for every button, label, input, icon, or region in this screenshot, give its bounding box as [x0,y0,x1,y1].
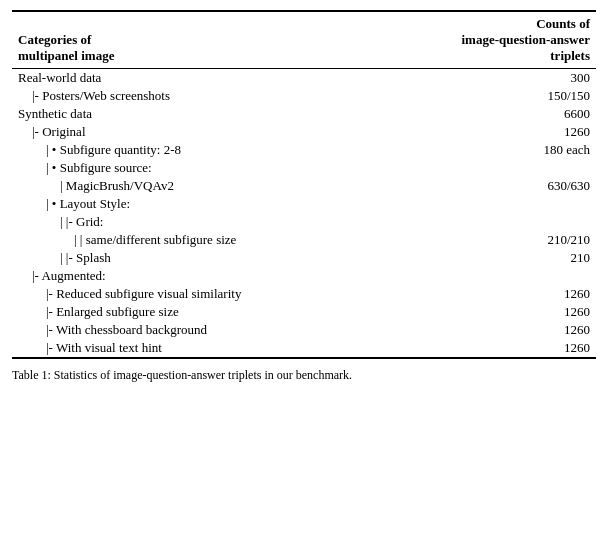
cell-label: | • Layout Style: [12,195,392,213]
table-row: |‑ Enlarged subfigure size1260 [12,303,596,321]
cell-value: 210 [392,249,596,267]
table-row: Real-world data300 [12,69,596,88]
main-table-wrapper: Categories ofmultipanel image Counts ofi… [12,10,596,359]
table-row: |‑ With visual text hint1260 [12,339,596,357]
cell-label: Synthetic data [12,105,392,123]
table-row: | |‑ Splash210 [12,249,596,267]
cell-value: 630/630 [392,177,596,195]
cell-value: 1260 [392,285,596,303]
table-row: | • Subfigure quantity: 2-8180 each [12,141,596,159]
cell-value: 210/210 [392,231,596,249]
table-header-row: Categories ofmultipanel image Counts ofi… [12,12,596,69]
cell-label: | |‑ Splash [12,249,392,267]
cell-label: |‑ Posters/Web screenshots [12,87,392,105]
cell-label: |‑ With visual text hint [12,339,392,357]
cell-label: |‑ Reduced subfigure visual similarity [12,285,392,303]
cell-value [392,213,596,231]
cell-value: 300 [392,69,596,88]
cell-value [392,195,596,213]
table-caption: Table 1: Statistics of image-question-an… [12,367,596,384]
cell-value: 1260 [392,339,596,357]
table-row: |‑ Posters/Web screenshots150/150 [12,87,596,105]
table-row: | |‑ Grid: [12,213,596,231]
cell-value: 1260 [392,321,596,339]
table-row: Synthetic data6600 [12,105,596,123]
cell-value [392,159,596,177]
table-row: |‑ Original1260 [12,123,596,141]
table-row: | • Layout Style: [12,195,596,213]
cell-value: 1260 [392,303,596,321]
cell-label: Real-world data [12,69,392,88]
table-row: | MagicBrush/VQAv2630/630 [12,177,596,195]
cell-value: 150/150 [392,87,596,105]
cell-value [392,267,596,285]
cell-label: |‑ Enlarged subfigure size [12,303,392,321]
table-row: |‑ Reduced subfigure visual similarity12… [12,285,596,303]
table-row: |‑ Augmented: [12,267,596,285]
cell-label: | |‑ Grid: [12,213,392,231]
cell-value: 6600 [392,105,596,123]
data-table: Categories ofmultipanel image Counts ofi… [12,12,596,357]
cell-value: 1260 [392,123,596,141]
header-categories: Categories ofmultipanel image [12,12,392,69]
header-counts: Counts ofimage-question-answertriplets [392,12,596,69]
table-row: | • Subfigure source: [12,159,596,177]
cell-label: | | same/different subfigure size [12,231,392,249]
cell-label: | • Subfigure source: [12,159,392,177]
cell-label: |‑ With chessboard background [12,321,392,339]
cell-value: 180 each [392,141,596,159]
table-row: |‑ With chessboard background1260 [12,321,596,339]
cell-label: | • Subfigure quantity: 2-8 [12,141,392,159]
cell-label: |‑ Original [12,123,392,141]
table-body: Real-world data300|‑ Posters/Web screens… [12,69,596,358]
cell-label: |‑ Augmented: [12,267,392,285]
table-row: | | same/different subfigure size210/210 [12,231,596,249]
cell-label: | MagicBrush/VQAv2 [12,177,392,195]
